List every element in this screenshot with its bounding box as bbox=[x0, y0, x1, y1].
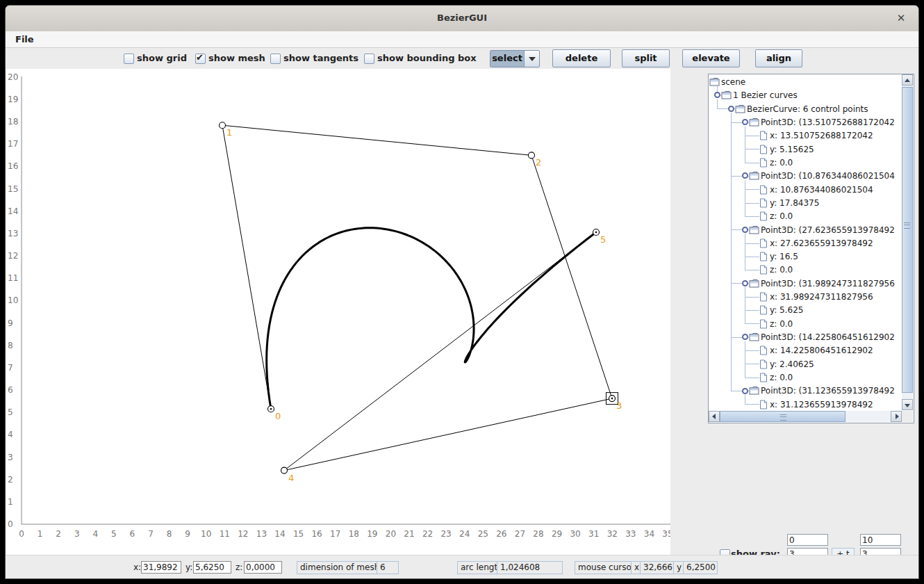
control-point[interactable] bbox=[281, 467, 287, 473]
tree-row[interactable]: Point3D: (27.623655913978492 bbox=[709, 223, 902, 236]
horizontal-scroll-thumb[interactable] bbox=[720, 411, 845, 422]
y-tick-label: 16 bbox=[8, 161, 18, 171]
tree-row[interactable]: x: 13.510752688172042 bbox=[709, 129, 902, 142]
tree-row[interactable]: z: 0.0 bbox=[709, 156, 902, 169]
tree-node-label: scene bbox=[721, 77, 745, 87]
tree-node-label: Point3D: (10.876344086021504 bbox=[761, 171, 895, 181]
tree-row[interactable]: 1 Bezier curves bbox=[709, 88, 902, 102]
y-tick-label: 6 bbox=[8, 385, 13, 395]
folder-icon bbox=[709, 77, 720, 88]
tree-row[interactable]: y: 17.84375 bbox=[709, 196, 902, 209]
tree-row[interactable]: z: 0.0 bbox=[709, 263, 902, 276]
tree-row[interactable]: BezierCurve: 6 control points bbox=[709, 102, 902, 115]
x-tick-label: 7 bbox=[148, 529, 154, 539]
show-tangents-checkbox[interactable] bbox=[270, 54, 281, 64]
y-tick-label: 8 bbox=[8, 341, 13, 350]
tree-row[interactable]: Point3D: (14.225806451612902 bbox=[709, 330, 902, 343]
scrollbar-corner bbox=[902, 411, 913, 422]
x-tick-label: 34 bbox=[644, 529, 654, 539]
tree-row[interactable]: Point3D: (31.123655913978492 bbox=[709, 384, 902, 397]
z-coordinate-field[interactable] bbox=[244, 561, 282, 574]
tree-node-label: y: 2.40625 bbox=[770, 359, 814, 369]
close-icon[interactable]: ✕ bbox=[895, 12, 907, 24]
x-tick-label: 8 bbox=[167, 529, 172, 539]
tree-row[interactable]: x: 10.876344086021504 bbox=[709, 183, 902, 196]
file-icon bbox=[759, 238, 768, 250]
x-tick-label: 1 bbox=[38, 529, 43, 539]
show-bounding-box-checkbox[interactable] bbox=[364, 54, 374, 64]
tree-row[interactable]: x: 27.623655913978492 bbox=[709, 236, 902, 250]
x-tick-label: 26 bbox=[496, 529, 506, 539]
show-grid-checkbox[interactable] bbox=[124, 54, 134, 64]
y-tick-label: 18 bbox=[8, 117, 18, 127]
folder-icon bbox=[721, 90, 732, 102]
tree-row[interactable]: Point3D: (10.876344086021504 bbox=[709, 169, 902, 182]
tree-row[interactable]: z: 0.0 bbox=[709, 317, 902, 330]
chevron-down-icon bbox=[529, 57, 536, 61]
tree-row[interactable]: x: 31.123655913978492 bbox=[709, 398, 902, 411]
elevate-button[interactable]: elevate bbox=[682, 49, 740, 67]
tree-row[interactable]: Point3D: (13.510752688172042 bbox=[709, 115, 902, 129]
vertical-scrollbar[interactable] bbox=[902, 74, 913, 410]
folder-icon bbox=[735, 104, 745, 115]
y-label: y: bbox=[185, 562, 192, 572]
tree-row[interactable]: y: 2.40625 bbox=[709, 357, 902, 371]
tree-row[interactable]: y: 16.5 bbox=[709, 250, 902, 263]
align-button[interactable]: align bbox=[755, 49, 802, 67]
x-tick-label: 3 bbox=[74, 529, 80, 539]
folder-icon bbox=[749, 279, 759, 290]
file-icon bbox=[759, 373, 768, 384]
tree-row[interactable]: Point3D: (31.989247311827956 bbox=[709, 277, 902, 290]
scroll-left-button[interactable] bbox=[709, 411, 720, 422]
tree-node-label: x: 14.225806451612902 bbox=[770, 346, 873, 355]
x-tick-label: 14 bbox=[274, 529, 285, 539]
control-point-dot bbox=[611, 398, 613, 400]
bezier-canvas[interactable]: 0123456789101112131415161718192021222324… bbox=[6, 69, 670, 555]
show-mesh-checkbox[interactable] bbox=[195, 54, 206, 64]
tree-row[interactable]: x: 31.989247311827956 bbox=[709, 290, 902, 303]
file-icon bbox=[759, 198, 768, 210]
scroll-up-button[interactable] bbox=[902, 74, 913, 86]
x-coordinate-field[interactable] bbox=[141, 561, 181, 574]
tree-node-label: Point3D: (31.989247311827956 bbox=[761, 279, 895, 289]
title-bar[interactable]: BezierGUI ✕ bbox=[6, 6, 918, 32]
tree-node-label: x: 13.510752688172042 bbox=[770, 131, 873, 140]
tree-node-label: Point3D: (31.123655913978492 bbox=[761, 386, 895, 396]
tree-row[interactable]: scene bbox=[709, 75, 902, 88]
y-tick-label: 11 bbox=[8, 273, 18, 283]
scroll-down-button[interactable] bbox=[902, 399, 913, 410]
control-point[interactable] bbox=[528, 152, 534, 159]
y-tick-label: 4 bbox=[8, 430, 13, 439]
control-point[interactable] bbox=[219, 122, 225, 129]
x-tick-label: 23 bbox=[440, 529, 451, 539]
tree-row[interactable]: y: 5.625 bbox=[709, 303, 902, 316]
tree-row[interactable]: z: 0.0 bbox=[709, 209, 902, 222]
x-tick-label: 35 bbox=[662, 529, 670, 539]
tree-row[interactable]: x: 14.225806451612902 bbox=[709, 343, 902, 357]
ray-direction-x-field[interactable] bbox=[860, 534, 901, 546]
mode-select-combobox[interactable]: select bbox=[490, 50, 540, 67]
horizontal-scrollbar[interactable] bbox=[709, 411, 902, 422]
y-tick-label: 9 bbox=[8, 318, 13, 328]
x-tick-label: 22 bbox=[422, 529, 433, 539]
x-tick-label: 21 bbox=[404, 529, 414, 539]
x-tick-label: 29 bbox=[552, 529, 562, 539]
scene-tree[interactable]: scene1 Bezier curvesBezierCurve: 6 contr… bbox=[709, 75, 902, 411]
scroll-right-button[interactable] bbox=[891, 411, 902, 422]
delete-button[interactable]: delete bbox=[552, 49, 611, 67]
tree-row[interactable]: z: 0.0 bbox=[709, 371, 902, 384]
split-button[interactable]: split bbox=[622, 49, 670, 67]
menu-file[interactable]: File bbox=[13, 33, 37, 45]
ray-origin-x-field[interactable] bbox=[787, 534, 828, 546]
y-tick-label: 1 bbox=[8, 497, 13, 507]
y-tick-label: 0 bbox=[8, 519, 13, 529]
folder-icon bbox=[749, 332, 759, 343]
y-coordinate-field[interactable] bbox=[193, 561, 231, 574]
tree-row[interactable]: y: 5.15625 bbox=[709, 143, 902, 156]
control-point-dot bbox=[595, 232, 597, 234]
vertical-scroll-thumb[interactable] bbox=[902, 87, 913, 393]
tree-node-label: 1 Bezier curves bbox=[733, 90, 798, 100]
mode-select-value: select bbox=[490, 51, 525, 67]
bezier-curve bbox=[267, 228, 596, 409]
x-tick-label: 13 bbox=[256, 529, 267, 539]
